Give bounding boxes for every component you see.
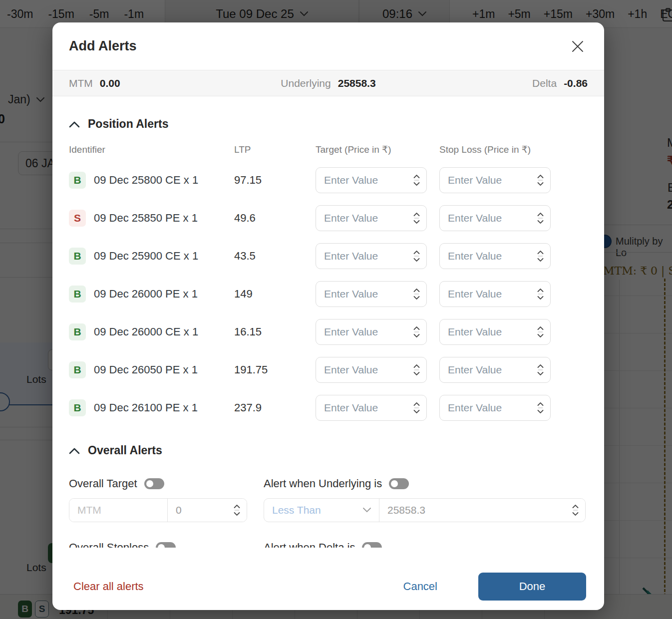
instrument-identifier: 09 Dec 26000 PE x 1 <box>94 288 198 301</box>
summary-mtm: MTM 0.00 <box>69 77 242 89</box>
underlying-value: 25858.3 <box>338 77 376 89</box>
stop-loss-field <box>439 319 551 345</box>
col-ltp: LTP <box>234 144 316 155</box>
underlying-alert-group: Alert when Underlying is <box>264 477 409 490</box>
overall-target-toggle[interactable] <box>144 478 164 489</box>
overall-target-group: Overall Target <box>69 477 164 490</box>
stop-loss-input[interactable] <box>439 167 551 193</box>
stepper-icon[interactable] <box>537 250 544 262</box>
cancel-button[interactable]: Cancel <box>403 580 437 593</box>
stop-loss-input[interactable] <box>439 357 551 383</box>
position-alerts-title: Position Alerts <box>88 117 168 131</box>
delta-label: Delta <box>532 77 557 89</box>
instrument-identifier: 09 Dec 26100 PE x 1 <box>94 401 198 414</box>
stepper-icon[interactable] <box>537 364 544 376</box>
position-alerts-header: Position Alerts <box>69 117 588 131</box>
stepper-icon[interactable] <box>413 212 420 224</box>
target-input[interactable] <box>316 281 427 307</box>
ltp-value: 49.6 <box>234 212 316 225</box>
table-header-row: Identifier LTP Target (Price in ₹) Stop … <box>69 144 588 155</box>
target-field <box>316 395 427 421</box>
overall-target-label: Overall Target <box>69 477 137 490</box>
stepper-icon[interactable] <box>413 174 420 186</box>
buy-badge: B <box>69 323 86 340</box>
chevron-up-icon <box>69 121 80 128</box>
stop-loss-input[interactable] <box>439 243 551 269</box>
stop-loss-field <box>439 243 551 269</box>
overall-labels-row: Overall Target Alert when Underlying is <box>69 477 588 490</box>
stop-loss-field <box>439 167 551 193</box>
position-row: B09 Dec 26100 PE x 1 237.9 <box>69 395 588 421</box>
delta-alert-label: Alert when Delta is <box>264 541 355 548</box>
ltp-value: 237.9 <box>234 401 316 414</box>
buy-badge: B <box>69 248 86 265</box>
target-input[interactable] <box>316 205 427 231</box>
ltp-value: 16.15 <box>234 325 316 338</box>
dialog-footer: Clear all alerts Cancel Done <box>52 563 604 610</box>
collapse-overall-alerts-button[interactable] <box>69 447 80 454</box>
stepper-icon[interactable] <box>572 504 579 516</box>
buy-badge: B <box>69 172 86 189</box>
target-field <box>316 357 427 383</box>
stepper-icon[interactable] <box>537 212 544 224</box>
dialog-header: Add Alerts <box>52 22 604 70</box>
position-row: B09 Dec 25800 CE x 1 97.15 <box>69 167 588 193</box>
stepper-icon[interactable] <box>413 364 420 376</box>
underlying-value-field <box>379 499 585 522</box>
stop-loss-field <box>439 395 551 421</box>
overall-stoploss-toggle[interactable] <box>156 542 176 548</box>
target-input[interactable] <box>316 319 427 345</box>
buy-badge: B <box>69 399 86 416</box>
stop-loss-input[interactable] <box>439 281 551 307</box>
stepper-icon[interactable] <box>537 326 544 338</box>
overall-stoploss-label: Overall Stoploss <box>69 541 149 548</box>
stepper-icon[interactable] <box>413 288 420 300</box>
stepper-icon[interactable] <box>537 402 544 414</box>
stepper-icon[interactable] <box>537 288 544 300</box>
delta-alert-toggle[interactable] <box>362 542 382 548</box>
close-button[interactable] <box>569 38 586 55</box>
target-field <box>316 243 427 269</box>
overall-alerts-title: Overall Alerts <box>88 444 162 457</box>
buy-badge: B <box>69 286 86 303</box>
summary-underlying: Underlying 25858.3 <box>242 77 414 89</box>
col-stop-loss: Stop Loss (Price in ₹) <box>439 144 563 155</box>
stepper-icon[interactable] <box>413 402 420 414</box>
instrument-identifier: 09 Dec 25900 CE x 1 <box>94 250 198 263</box>
target-field <box>316 167 427 193</box>
chevron-down-icon <box>363 508 371 513</box>
ltp-value: 191.75 <box>234 363 316 376</box>
underlying-alert-toggle[interactable] <box>389 478 409 489</box>
instrument-identifier: 09 Dec 26000 CE x 1 <box>94 325 198 338</box>
condition-selected-value: Less Than <box>272 504 321 516</box>
instrument-identifier: 09 Dec 25850 PE x 1 <box>94 212 198 225</box>
target-input[interactable] <box>316 243 427 269</box>
mtm-value: 0.00 <box>100 77 120 89</box>
clear-all-alerts-button[interactable]: Clear all alerts <box>73 580 144 593</box>
summary-strip: MTM 0.00 Underlying 25858.3 Delta -0.86 <box>52 70 604 96</box>
target-input[interactable] <box>316 167 427 193</box>
underlying-value-input[interactable] <box>379 499 585 522</box>
col-identifier: Identifier <box>69 144 234 155</box>
stepper-icon[interactable] <box>413 250 420 262</box>
mtm-input[interactable] <box>69 499 167 522</box>
target-input[interactable] <box>316 395 427 421</box>
collapse-position-alerts-button[interactable] <box>69 121 80 128</box>
stepper-icon[interactable] <box>233 504 241 516</box>
target-input[interactable] <box>316 357 427 383</box>
stepper-icon[interactable] <box>537 174 544 186</box>
stop-loss-input[interactable] <box>439 319 551 345</box>
stepper-icon[interactable] <box>413 326 420 338</box>
delta-value: -0.86 <box>564 77 588 89</box>
condition-select[interactable]: Less Than <box>264 499 379 522</box>
buy-badge: B <box>69 361 86 378</box>
stop-loss-field <box>439 281 551 307</box>
overall-stoploss-group: Overall Stoploss <box>69 541 176 548</box>
done-button[interactable]: Done <box>478 573 586 601</box>
stop-loss-input[interactable] <box>439 395 551 421</box>
stop-loss-field <box>439 205 551 231</box>
overall-inputs-row: Less Than <box>69 498 588 522</box>
stop-loss-input[interactable] <box>439 205 551 231</box>
ltp-value: 97.15 <box>234 174 316 187</box>
mtm-field <box>69 499 167 522</box>
